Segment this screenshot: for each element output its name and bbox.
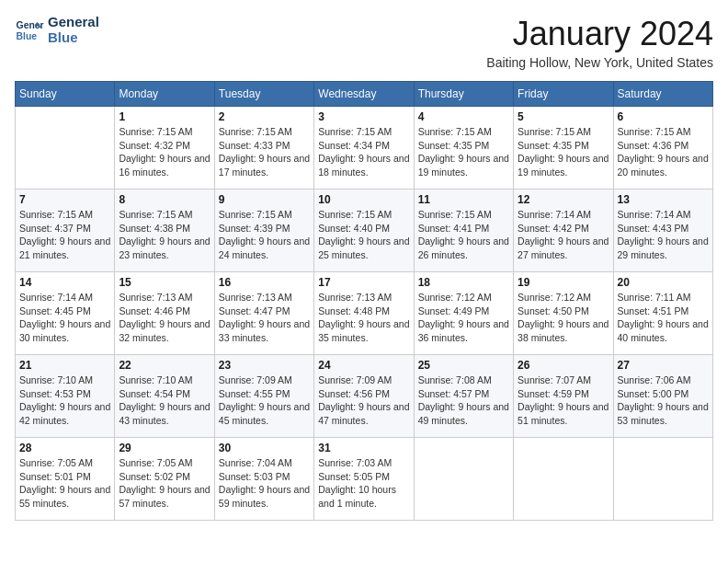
cell-info: Sunrise: 7:14 AM Sunset: 4:43 PM Dayligh… bbox=[618, 208, 709, 262]
cell-info: Sunrise: 7:15 AM Sunset: 4:39 PM Dayligh… bbox=[219, 208, 310, 262]
day-number: 22 bbox=[119, 359, 210, 372]
day-number: 15 bbox=[119, 276, 210, 289]
day-number: 30 bbox=[219, 442, 310, 454]
day-number: 21 bbox=[19, 359, 110, 372]
location-subtitle: Baiting Hollow, New York, United States bbox=[486, 55, 713, 70]
cell-info: Sunrise: 7:15 AM Sunset: 4:41 PM Dayligh… bbox=[418, 208, 509, 262]
day-number: 2 bbox=[219, 110, 310, 123]
col-saturday: Saturday bbox=[613, 82, 712, 107]
week-row-5: 28Sunrise: 7:05 AM Sunset: 5:01 PM Dayli… bbox=[16, 438, 713, 521]
day-number: 25 bbox=[418, 359, 509, 372]
cell-w1-d5: 4Sunrise: 7:15 AM Sunset: 4:35 PM Daylig… bbox=[414, 107, 513, 190]
cell-info: Sunrise: 7:06 AM Sunset: 5:00 PM Dayligh… bbox=[618, 373, 709, 428]
day-number: 24 bbox=[318, 359, 409, 372]
cell-info: Sunrise: 7:15 AM Sunset: 4:35 PM Dayligh… bbox=[418, 125, 509, 179]
day-number: 9 bbox=[219, 193, 310, 206]
cell-w5-d5 bbox=[414, 438, 513, 521]
cell-info: Sunrise: 7:05 AM Sunset: 5:01 PM Dayligh… bbox=[19, 456, 110, 511]
cell-w5-d2: 29Sunrise: 7:05 AM Sunset: 5:02 PM Dayli… bbox=[115, 438, 214, 521]
cell-info: Sunrise: 7:15 AM Sunset: 4:34 PM Dayligh… bbox=[318, 125, 409, 179]
logo-text-general: General bbox=[48, 15, 99, 30]
cell-w2-d4: 10Sunrise: 7:15 AM Sunset: 4:40 PM Dayli… bbox=[314, 190, 414, 272]
day-number: 12 bbox=[518, 193, 609, 206]
cell-w1-d6: 5Sunrise: 7:15 AM Sunset: 4:35 PM Daylig… bbox=[514, 107, 613, 190]
day-number: 19 bbox=[518, 276, 609, 289]
cell-w5-d3: 30Sunrise: 7:04 AM Sunset: 5:03 PM Dayli… bbox=[214, 438, 313, 521]
week-row-1: 1Sunrise: 7:15 AM Sunset: 4:32 PM Daylig… bbox=[16, 107, 713, 190]
cell-info: Sunrise: 7:10 AM Sunset: 4:53 PM Dayligh… bbox=[19, 373, 110, 428]
cell-w5-d6 bbox=[514, 438, 613, 521]
logo-text-blue: Blue bbox=[48, 30, 99, 46]
calendar-table: Sunday Monday Tuesday Wednesday Thursday… bbox=[15, 81, 713, 521]
col-monday: Monday bbox=[115, 82, 214, 107]
cell-w2-d3: 9Sunrise: 7:15 AM Sunset: 4:39 PM Daylig… bbox=[214, 190, 313, 272]
cell-info: Sunrise: 7:13 AM Sunset: 4:48 PM Dayligh… bbox=[318, 291, 409, 345]
day-number: 13 bbox=[618, 193, 709, 206]
cell-w4-d4: 24Sunrise: 7:09 AM Sunset: 4:56 PM Dayli… bbox=[314, 355, 414, 438]
cell-info: Sunrise: 7:12 AM Sunset: 4:49 PM Dayligh… bbox=[418, 291, 509, 345]
page-header: General Blue General Blue January 2024 B… bbox=[15, 15, 713, 70]
day-number: 14 bbox=[19, 276, 110, 289]
cell-info: Sunrise: 7:11 AM Sunset: 4:51 PM Dayligh… bbox=[618, 291, 709, 345]
week-row-2: 7Sunrise: 7:15 AM Sunset: 4:37 PM Daylig… bbox=[16, 190, 713, 272]
cell-info: Sunrise: 7:10 AM Sunset: 4:54 PM Dayligh… bbox=[119, 373, 210, 428]
cell-info: Sunrise: 7:14 AM Sunset: 4:42 PM Dayligh… bbox=[518, 208, 609, 262]
cell-info: Sunrise: 7:13 AM Sunset: 4:46 PM Dayligh… bbox=[119, 291, 210, 345]
cell-w2-d2: 8Sunrise: 7:15 AM Sunset: 4:38 PM Daylig… bbox=[115, 190, 214, 272]
cell-w3-d3: 16Sunrise: 7:13 AM Sunset: 4:47 PM Dayli… bbox=[214, 272, 313, 355]
day-number: 10 bbox=[318, 193, 409, 206]
cell-w3-d2: 15Sunrise: 7:13 AM Sunset: 4:46 PM Dayli… bbox=[115, 272, 214, 355]
logo: General Blue General Blue bbox=[15, 15, 99, 45]
cell-info: Sunrise: 7:13 AM Sunset: 4:47 PM Dayligh… bbox=[219, 291, 310, 345]
cell-info: Sunrise: 7:15 AM Sunset: 4:36 PM Dayligh… bbox=[618, 125, 709, 179]
cell-info: Sunrise: 7:15 AM Sunset: 4:32 PM Dayligh… bbox=[119, 125, 210, 179]
col-tuesday: Tuesday bbox=[214, 82, 313, 107]
calendar-header-row: Sunday Monday Tuesday Wednesday Thursday… bbox=[16, 82, 713, 107]
cell-w4-d5: 25Sunrise: 7:08 AM Sunset: 4:57 PM Dayli… bbox=[414, 355, 513, 438]
svg-text:Blue: Blue bbox=[17, 30, 38, 40]
cell-w2-d6: 12Sunrise: 7:14 AM Sunset: 4:42 PM Dayli… bbox=[514, 190, 613, 272]
day-number: 7 bbox=[19, 193, 110, 206]
day-number: 26 bbox=[518, 359, 609, 372]
cell-w4-d6: 26Sunrise: 7:07 AM Sunset: 4:59 PM Dayli… bbox=[514, 355, 613, 438]
col-wednesday: Wednesday bbox=[314, 82, 414, 107]
day-number: 5 bbox=[518, 110, 609, 123]
cell-w3-d5: 18Sunrise: 7:12 AM Sunset: 4:49 PM Dayli… bbox=[414, 272, 513, 355]
day-number: 4 bbox=[418, 110, 509, 123]
cell-info: Sunrise: 7:09 AM Sunset: 4:56 PM Dayligh… bbox=[318, 373, 409, 428]
day-number: 16 bbox=[219, 276, 310, 289]
day-number: 8 bbox=[119, 193, 210, 206]
month-title: January 2024 bbox=[486, 15, 713, 53]
col-thursday: Thursday bbox=[414, 82, 513, 107]
cell-w3-d7: 20Sunrise: 7:11 AM Sunset: 4:51 PM Dayli… bbox=[613, 272, 712, 355]
cell-w1-d4: 3Sunrise: 7:15 AM Sunset: 4:34 PM Daylig… bbox=[314, 107, 414, 190]
cell-info: Sunrise: 7:07 AM Sunset: 4:59 PM Dayligh… bbox=[518, 373, 609, 428]
cell-info: Sunrise: 7:12 AM Sunset: 4:50 PM Dayligh… bbox=[518, 291, 609, 345]
day-number: 6 bbox=[618, 110, 709, 123]
cell-w5-d7 bbox=[613, 438, 712, 521]
cell-w1-d2: 1Sunrise: 7:15 AM Sunset: 4:32 PM Daylig… bbox=[115, 107, 214, 190]
cell-w2-d5: 11Sunrise: 7:15 AM Sunset: 4:41 PM Dayli… bbox=[414, 190, 513, 272]
cell-info: Sunrise: 7:08 AM Sunset: 4:57 PM Dayligh… bbox=[418, 373, 509, 428]
day-number: 31 bbox=[318, 442, 409, 454]
week-row-3: 14Sunrise: 7:14 AM Sunset: 4:45 PM Dayli… bbox=[16, 272, 713, 355]
cell-info: Sunrise: 7:14 AM Sunset: 4:45 PM Dayligh… bbox=[19, 291, 110, 345]
cell-info: Sunrise: 7:03 AM Sunset: 5:05 PM Dayligh… bbox=[318, 456, 409, 511]
cell-w4-d3: 23Sunrise: 7:09 AM Sunset: 4:55 PM Dayli… bbox=[214, 355, 313, 438]
day-number: 20 bbox=[618, 276, 709, 289]
cell-info: Sunrise: 7:15 AM Sunset: 4:33 PM Dayligh… bbox=[219, 125, 310, 179]
cell-w1-d7: 6Sunrise: 7:15 AM Sunset: 4:36 PM Daylig… bbox=[613, 107, 712, 190]
day-number: 11 bbox=[418, 193, 509, 206]
cell-w5-d1: 28Sunrise: 7:05 AM Sunset: 5:01 PM Dayli… bbox=[16, 438, 115, 521]
cell-info: Sunrise: 7:15 AM Sunset: 4:35 PM Dayligh… bbox=[518, 125, 609, 179]
cell-w4-d7: 27Sunrise: 7:06 AM Sunset: 5:00 PM Dayli… bbox=[613, 355, 712, 438]
cell-w4-d2: 22Sunrise: 7:10 AM Sunset: 4:54 PM Dayli… bbox=[115, 355, 214, 438]
cell-w4-d1: 21Sunrise: 7:10 AM Sunset: 4:53 PM Dayli… bbox=[16, 355, 115, 438]
day-number: 18 bbox=[418, 276, 509, 289]
cell-w3-d4: 17Sunrise: 7:13 AM Sunset: 4:48 PM Dayli… bbox=[314, 272, 414, 355]
cell-w3-d1: 14Sunrise: 7:14 AM Sunset: 4:45 PM Dayli… bbox=[16, 272, 115, 355]
cell-info: Sunrise: 7:15 AM Sunset: 4:38 PM Dayligh… bbox=[119, 208, 210, 262]
cell-info: Sunrise: 7:04 AM Sunset: 5:03 PM Dayligh… bbox=[219, 456, 310, 511]
cell-w2-d7: 13Sunrise: 7:14 AM Sunset: 4:43 PM Dayli… bbox=[613, 190, 712, 272]
cell-info: Sunrise: 7:15 AM Sunset: 4:40 PM Dayligh… bbox=[318, 208, 409, 262]
